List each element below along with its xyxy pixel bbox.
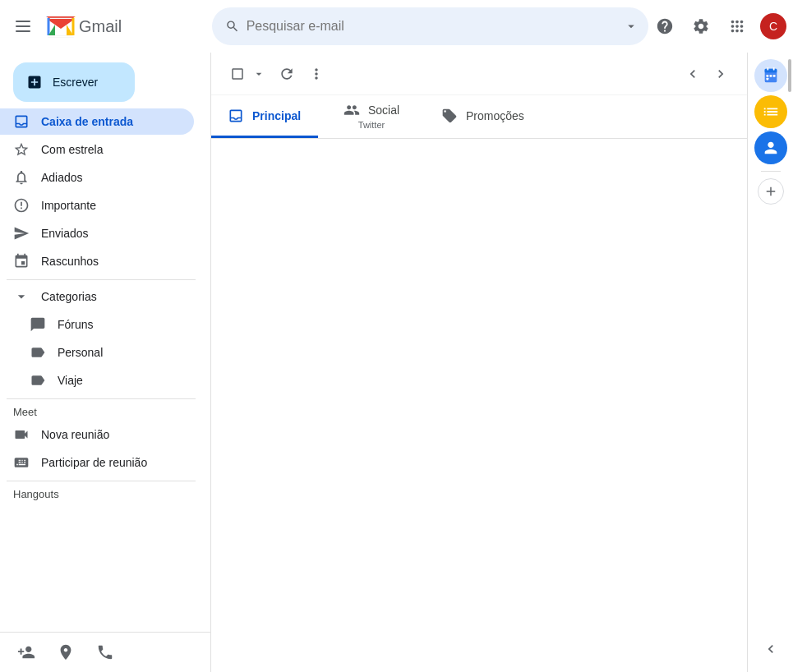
sidebar-item-travel-label: Viaje — [58, 374, 83, 387]
chevron-down-icon — [624, 19, 639, 34]
sidebar-item-drafts[interactable]: Rascunhos — [0, 248, 194, 274]
sidebar-item-starred[interactable]: Com estrela — [0, 136, 194, 163]
contacts-panel-button[interactable] — [754, 131, 787, 164]
scrollbar-track — [786, 53, 793, 672]
svg-rect-12 — [772, 67, 774, 71]
sidebar-item-drafts-label: Rascunhos — [41, 255, 99, 268]
sidebar-item-important[interactable]: Importante — [0, 192, 194, 219]
sidebar-item-forums[interactable]: Fóruns — [0, 311, 194, 338]
videocam-icon — [13, 426, 30, 443]
calendar-icon — [762, 67, 780, 85]
phone-button[interactable] — [92, 639, 118, 665]
sidebar-item-inbox[interactable]: Caixa de entrada — [0, 108, 194, 135]
svg-rect-15 — [772, 75, 775, 77]
sidebar-item-inbox-label: Caixa de entrada — [41, 115, 133, 128]
refresh-button[interactable] — [274, 61, 300, 87]
sidebar-item-categories[interactable]: Categorias — [0, 283, 194, 310]
tab-principal[interactable]: Principal — [211, 95, 318, 138]
drafts-icon — [13, 253, 30, 269]
sidebar-item-personal-label: Personal — [58, 346, 103, 359]
next-page-button[interactable] — [708, 61, 734, 87]
hamburger-button[interactable] — [7, 10, 39, 43]
tab-promocoes[interactable]: Promoções — [425, 95, 541, 138]
location-button[interactable] — [53, 639, 79, 665]
sidebar-item-new-meeting[interactable]: Nova reunião — [0, 421, 194, 448]
select-chevron-icon — [252, 67, 265, 81]
important-icon — [13, 197, 30, 214]
sidebar-divider — [7, 279, 196, 280]
sidebar-item-starred-label: Com estrela — [41, 143, 103, 156]
sidebar-item-sent-label: Enviados — [41, 227, 89, 240]
send-icon — [13, 225, 30, 242]
select-all-button[interactable] — [224, 61, 251, 87]
search-icon — [225, 18, 240, 35]
hangouts-section-label: Hangouts — [0, 485, 210, 504]
gmail-text: Gmail — [79, 17, 122, 36]
tasks-icon — [762, 103, 780, 121]
tab-social[interactable]: Social Twitter — [318, 95, 425, 138]
tab-principal-icon — [228, 108, 244, 124]
svg-rect-14 — [769, 75, 772, 77]
toolbar — [211, 53, 747, 95]
expand-panel-button[interactable] — [754, 633, 787, 665]
search-input[interactable] — [247, 19, 614, 34]
help-button[interactable] — [648, 10, 681, 43]
search-dropdown-button[interactable] — [620, 16, 642, 37]
chevron-right-icon — [712, 66, 729, 82]
sidebar-item-join-meeting-label: Participar de reunião — [41, 456, 147, 469]
right-panel-divider — [761, 171, 781, 172]
sidebar-divider-3 — [7, 481, 196, 481]
sidebar-item-forums-label: Fóruns — [58, 318, 94, 331]
svg-rect-2 — [16, 30, 30, 32]
forums-icon — [30, 316, 46, 333]
inbox-tabs: Principal Social Twitter Promoções — [211, 95, 747, 139]
toolbar-nav — [680, 61, 734, 87]
sidebar-item-personal[interactable]: Personal — [0, 339, 194, 366]
gmail-m-icon — [46, 16, 76, 38]
prev-page-button[interactable] — [680, 61, 706, 87]
sidebar-item-important-label: Importante — [41, 199, 96, 212]
add-panel-button[interactable] — [758, 178, 784, 205]
email-list — [211, 139, 747, 672]
tab-promocoes-label: Promoções — [466, 109, 524, 122]
sidebar-divider-2 — [7, 398, 196, 399]
settings-icon — [692, 17, 710, 35]
tasks-panel-button[interactable] — [754, 95, 787, 128]
help-icon — [656, 17, 674, 35]
sidebar: Escrever Caixa de entrada Com estrela Ad… — [0, 53, 210, 672]
sidebar-item-snoozed[interactable]: Adiados — [0, 164, 194, 191]
sidebar-item-join-meeting[interactable]: Participar de reunião — [0, 449, 194, 476]
svg-rect-0 — [16, 21, 30, 22]
sidebar-item-snoozed-label: Adiados — [41, 171, 83, 184]
compose-button[interactable]: Escrever — [13, 62, 135, 102]
expand-icon — [763, 641, 779, 657]
tab-social-label: Social — [368, 104, 399, 117]
sidebar-item-travel[interactable]: Viaje — [0, 367, 194, 394]
location-icon — [57, 643, 75, 661]
select-dropdown-button[interactable] — [251, 61, 267, 87]
personal-label-icon — [30, 344, 46, 361]
checkbox-icon — [230, 67, 245, 81]
tab-social-icon — [343, 102, 360, 118]
gmail-logo: Gmail — [46, 16, 122, 38]
svg-rect-11 — [767, 67, 768, 71]
main-content: Principal Social Twitter Promoções — [210, 53, 747, 672]
svg-rect-1 — [16, 25, 30, 27]
sidebar-categories-label: Categorias — [41, 290, 97, 303]
avatar[interactable]: C — [760, 13, 786, 39]
star-icon — [13, 141, 30, 158]
refresh-icon — [279, 66, 295, 82]
add-contact-button[interactable] — [13, 639, 39, 665]
calendar-panel-button[interactable] — [754, 59, 787, 92]
svg-rect-16 — [766, 78, 768, 81]
settings-button[interactable] — [685, 10, 717, 43]
sidebar-item-sent[interactable]: Enviados — [0, 220, 194, 246]
more-vert-icon — [308, 66, 325, 82]
more-actions-button[interactable] — [303, 61, 330, 87]
sidebar-item-new-meeting-label: Nova reunião — [41, 428, 109, 441]
scrollbar-thumb[interactable] — [788, 59, 791, 92]
add-icon — [763, 184, 778, 199]
apps-button[interactable] — [721, 10, 754, 43]
phone-icon — [96, 643, 114, 661]
inbox-icon — [13, 113, 30, 130]
